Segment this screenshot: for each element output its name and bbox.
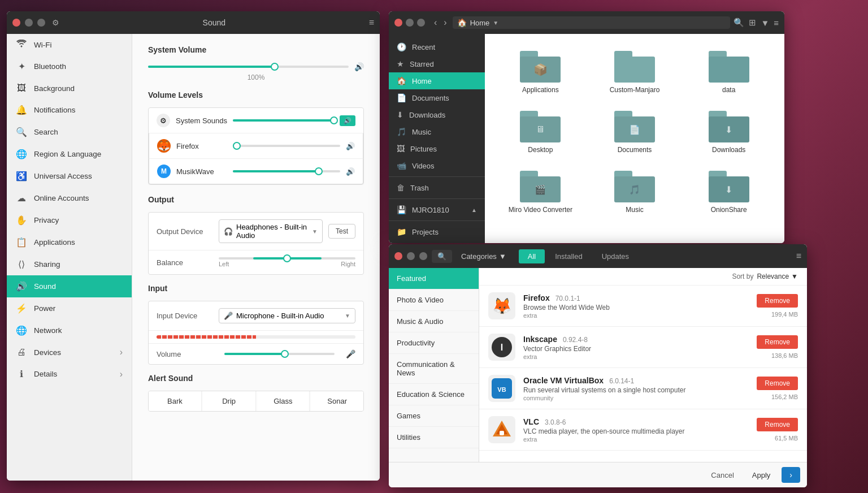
files-minimize-button[interactable] xyxy=(406,19,414,27)
system-sounds-mute-btn[interactable]: 🔊 xyxy=(340,115,355,126)
folder-custom-manjaro[interactable]: Custom-Manjaro xyxy=(591,45,679,100)
sw-utilities[interactable]: Utilities xyxy=(389,427,479,448)
window-title: Sound xyxy=(64,18,364,27)
test-button[interactable]: Test xyxy=(328,224,355,239)
sidebar-item-sharing[interactable]: ⟨⟩ Sharing xyxy=(7,253,132,275)
firefox-slider[interactable] xyxy=(233,145,340,147)
files-starred[interactable]: ★ Starred xyxy=(389,55,485,72)
alert-drip[interactable]: Drip xyxy=(203,391,256,411)
software-search[interactable]: 🔍 xyxy=(432,250,452,263)
sw-education[interactable]: Education & Science xyxy=(389,384,479,405)
tab-installed[interactable]: Installed xyxy=(546,249,591,263)
sort-select[interactable]: Relevance ▼ xyxy=(757,273,798,280)
folder-documents[interactable]: 📄 Documents xyxy=(591,105,679,159)
input-device-select[interactable]: 🎤 Microphone - Built-in Audio ▼ xyxy=(219,308,355,323)
system-sounds-slider[interactable] xyxy=(233,119,334,122)
files-titlebar: ‹ › 🏠 Home ▼ 🔍 ⊞ ▼ ≡ xyxy=(389,11,784,34)
files-documents[interactable]: 📄 Documents xyxy=(389,89,485,106)
sidebar-item-applications[interactable]: 📋 Applications xyxy=(7,231,132,253)
network-icon: 🌐 xyxy=(16,325,27,336)
musikwave-label: MusikWave xyxy=(176,167,227,176)
sw-featured[interactable]: Featured xyxy=(389,268,479,289)
sw-music-audio[interactable]: Music & Audio xyxy=(389,311,479,332)
forward-nav-button[interactable]: › xyxy=(441,16,449,29)
files-sort-button[interactable]: ▼ xyxy=(761,18,769,28)
sw-close-button[interactable] xyxy=(394,252,402,260)
folder-miro[interactable]: 🎬 Miro Video Converter xyxy=(496,165,585,219)
inkscape-remove-button[interactable]: Remove xyxy=(757,335,798,349)
maximize-button[interactable] xyxy=(37,19,45,27)
sidebar-item-sound[interactable]: 🔊 Sound xyxy=(7,275,132,297)
sidebar-item-notifications[interactable]: 🔔 Notifications xyxy=(7,99,132,121)
alert-bark[interactable]: Bark xyxy=(149,391,202,411)
files-recent[interactable]: 🕐 Recent xyxy=(389,38,485,55)
sw-menu-icon[interactable]: ≡ xyxy=(796,251,801,261)
sw-minimize-button[interactable] xyxy=(407,252,415,260)
location-bar[interactable]: 🏠 Home ▼ xyxy=(453,16,731,29)
sw-forward-button[interactable]: › xyxy=(782,467,800,483)
files-sync[interactable]: 🔄 Sync xyxy=(389,240,485,243)
vlc-remove-button[interactable]: Remove xyxy=(757,418,798,431)
folder-documents-icon: 📄 xyxy=(614,116,655,142)
sw-maximize-button[interactable] xyxy=(419,252,427,260)
sidebar-item-privacy[interactable]: ✋ Privacy xyxy=(7,209,132,231)
folder-desktop[interactable]: 🖥 Desktop xyxy=(496,105,585,159)
sidebar-item-details[interactable]: ℹ Details xyxy=(7,363,132,385)
files-trash[interactable]: 🗑 Trash xyxy=(389,179,485,196)
sidebar-item-network[interactable]: 🌐 Network xyxy=(7,319,132,341)
sidebar-item-devices[interactable]: 🖨 Devices xyxy=(7,341,132,363)
files-mjro[interactable]: 💾 MJRO1810 ▲ xyxy=(389,201,485,218)
firefox-remove-button[interactable]: Remove xyxy=(757,294,798,308)
software-titlebar: 🔍 Categories ▼ All Installed Updates ≡ xyxy=(389,244,807,268)
sw-cancel-button[interactable]: Cancel xyxy=(704,468,740,482)
files-maximize-button[interactable] xyxy=(417,19,425,27)
folder-data[interactable]: data xyxy=(684,45,773,100)
categories-button[interactable]: Categories ▼ xyxy=(457,250,511,263)
output-device-select[interactable]: 🎧 Headphones - Built-in Audio ▼ xyxy=(219,219,323,243)
files-music[interactable]: 🎵 Music xyxy=(389,123,485,140)
sidebar-label-network: Network xyxy=(34,326,62,335)
files-view-button[interactable]: ⊞ xyxy=(749,18,756,28)
sw-photo-video[interactable]: Photo & Video xyxy=(389,289,479,311)
files-downloads[interactable]: ⬇ Downloads xyxy=(389,106,485,123)
sw-apply-button[interactable]: Apply xyxy=(745,468,778,482)
sidebar-item-online-accounts[interactable]: ☁ Online Accounts xyxy=(7,187,132,209)
sw-games[interactable]: Games xyxy=(389,405,479,427)
virtualbox-remove-button[interactable]: Remove xyxy=(757,377,798,390)
files-search-button[interactable]: 🔍 xyxy=(734,18,744,28)
folder-music[interactable]: 🎵 Music xyxy=(591,165,679,219)
folder-applications[interactable]: 📦 Applications xyxy=(496,45,585,100)
alert-glass[interactable]: Glass xyxy=(257,391,310,411)
notifications-icon: 🔔 xyxy=(16,105,27,115)
minimize-button[interactable] xyxy=(25,19,33,27)
files-menu-button[interactable]: ≡ xyxy=(774,18,779,28)
folder-downloads[interactable]: ⬇ Downloads xyxy=(684,105,773,159)
files-pictures[interactable]: 🖼 Pictures xyxy=(389,140,485,157)
sidebar-item-region[interactable]: 🌐 Region & Language xyxy=(7,143,132,165)
tab-all[interactable]: All xyxy=(519,249,545,263)
close-button[interactable] xyxy=(12,19,20,27)
system-volume-percent: 100% xyxy=(148,73,364,81)
folder-onionshare[interactable]: ⬇ OnionShare xyxy=(684,165,773,219)
sidebar-item-background[interactable]: 🖼 Background xyxy=(7,77,132,99)
files-projects[interactable]: 📁 Projects xyxy=(389,223,485,240)
files-home[interactable]: 🏠 Home xyxy=(389,72,485,89)
files-close-button[interactable] xyxy=(394,19,402,27)
sidebar-item-bluetooth[interactable]: ✦ Bluetooth xyxy=(7,55,132,77)
tab-updates[interactable]: Updates xyxy=(593,249,638,263)
sw-communication[interactable]: Communication & News xyxy=(389,354,479,384)
files-videos[interactable]: 📹 Videos xyxy=(389,157,485,174)
system-volume-slider[interactable]: 🔊 xyxy=(148,62,364,71)
alert-sonar[interactable]: Sonar xyxy=(311,391,363,411)
sw-search-icon: 🔍 xyxy=(437,252,446,261)
balance-slider[interactable]: Left Right xyxy=(219,257,355,267)
input-volume-slider[interactable] xyxy=(224,353,335,355)
sidebar-item-universal[interactable]: ♿ Universal Access xyxy=(7,165,132,187)
musikwave-slider[interactable] xyxy=(233,170,340,172)
sidebar-item-wifi[interactable]: Wi-Fi xyxy=(7,34,132,55)
sidebar-item-search[interactable]: 🔍 Search xyxy=(7,121,132,143)
sidebar-item-power[interactable]: ⚡ Power xyxy=(7,297,132,319)
back-button[interactable]: ‹ xyxy=(432,16,439,29)
sw-productivity[interactable]: Productivity xyxy=(389,332,479,354)
menu-icon[interactable]: ≡ xyxy=(369,18,374,28)
